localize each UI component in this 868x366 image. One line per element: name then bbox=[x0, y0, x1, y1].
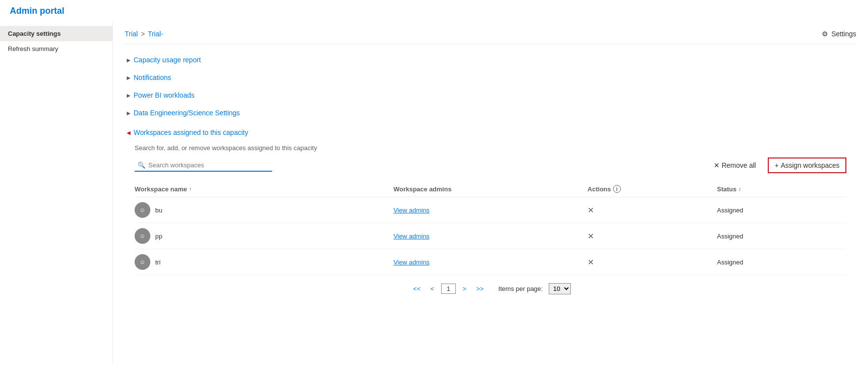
view-admins-link-pp[interactable]: View admins bbox=[393, 233, 429, 240]
items-per-page-select[interactable]: 10 20 50 bbox=[549, 283, 571, 294]
section-power-bi-workloads: ▶ Power BI workloads bbox=[125, 87, 856, 103]
col-header-status: Status ↕ bbox=[717, 185, 846, 193]
remove-workspace-tri[interactable]: ✕ bbox=[588, 258, 594, 266]
section-data-engineering: ▶ Data Engineering/Science Settings bbox=[125, 105, 856, 121]
status-badge-bu: Assigned bbox=[717, 207, 743, 214]
view-admins-link-tri[interactable]: View admins bbox=[393, 259, 429, 266]
section-capacity-usage-report: ▶ Capacity usage report bbox=[125, 52, 856, 68]
search-actions-row: 🔍 ✕ Remove all + Assign workspaces bbox=[135, 157, 846, 173]
workspaces-description: Search for, add, or remove workspaces as… bbox=[135, 144, 846, 152]
section-header-notifications[interactable]: ▶ Notifications bbox=[125, 70, 856, 85]
col-header-actions: Actions i bbox=[588, 185, 717, 193]
section-header-data-engineering[interactable]: ▶ Data Engineering/Science Settings bbox=[125, 105, 856, 121]
workspace-admins-cell-pp: View admins bbox=[393, 232, 588, 240]
settings-link[interactable]: ⚙ Settings bbox=[822, 30, 856, 38]
workspace-admins-cell-bu: View admins bbox=[393, 206, 588, 214]
sidebar: Capacity settings Refresh summary bbox=[0, 22, 113, 364]
pagination-next[interactable]: > bbox=[460, 284, 470, 293]
breadcrumb: Trial > Trial- bbox=[125, 30, 163, 38]
search-icon: 🔍 bbox=[138, 161, 145, 169]
workspaces-header-label: Workspaces assigned to this capacity bbox=[134, 129, 248, 136]
remove-all-label: Remove all bbox=[722, 161, 756, 169]
workspace-name-pp: pp bbox=[155, 233, 162, 240]
avatar-bu: ☺ bbox=[135, 202, 150, 218]
app-header: Admin portal bbox=[0, 0, 868, 22]
workspace-name-bu: bu bbox=[155, 207, 162, 214]
breadcrumb-bar: Trial > Trial- ⚙ Settings bbox=[125, 30, 856, 44]
app-title: Admin portal bbox=[10, 6, 64, 16]
main-layout: Capacity settings Refresh summary Trial … bbox=[0, 22, 868, 364]
actions-cell-tri: ✕ bbox=[588, 258, 717, 267]
table-row: ☺ bu View admins ✕ Assigned bbox=[135, 197, 846, 223]
section-label: Data Engineering/Science Settings bbox=[134, 109, 240, 117]
view-admins-link-bu[interactable]: View admins bbox=[393, 207, 429, 214]
chevron-down-icon: ◀ bbox=[127, 130, 131, 135]
pagination-prev[interactable]: < bbox=[427, 284, 437, 293]
status-badge-tri: Assigned bbox=[717, 259, 743, 266]
remove-workspace-bu[interactable]: ✕ bbox=[588, 206, 594, 214]
breadcrumb-separator: > bbox=[141, 30, 145, 38]
sort-icon-status[interactable]: ↕ bbox=[738, 186, 741, 192]
main-content: Trial > Trial- ⚙ Settings ▶ Capacity usa… bbox=[113, 22, 868, 364]
section-notifications: ▶ Notifications bbox=[125, 70, 856, 85]
col-label-actions: Actions bbox=[588, 185, 611, 193]
settings-label: Settings bbox=[831, 30, 856, 38]
chevron-right-icon: ▶ bbox=[127, 110, 131, 116]
section-label: Notifications bbox=[134, 74, 171, 81]
col-label-workspace-name: Workspace name bbox=[135, 185, 187, 193]
remove-all-button[interactable]: ✕ Remove all bbox=[710, 158, 760, 172]
pagination-last[interactable]: >> bbox=[473, 284, 486, 293]
sidebar-item-label: Refresh summary bbox=[8, 45, 58, 52]
search-input[interactable] bbox=[148, 161, 256, 169]
workspace-name-cell-tri: ☺ tri bbox=[135, 254, 393, 270]
remove-workspace-pp[interactable]: ✕ bbox=[588, 232, 594, 240]
table-header: Workspace name ↑ Workspace admins Action… bbox=[135, 181, 846, 197]
assign-workspaces-button[interactable]: + Assign workspaces bbox=[768, 157, 846, 173]
status-badge-pp: Assigned bbox=[717, 233, 743, 240]
workspace-admins-cell-tri: View admins bbox=[393, 258, 588, 266]
items-per-page-label: Items per page: bbox=[499, 285, 543, 292]
chevron-right-icon: ▶ bbox=[127, 93, 131, 98]
assign-workspaces-label: Assign workspaces bbox=[781, 161, 840, 169]
workspace-name-cell-pp: ☺ pp bbox=[135, 228, 393, 244]
sidebar-item-label: Capacity settings bbox=[8, 30, 61, 37]
table-row: ☺ pp View admins ✕ Assigned bbox=[135, 223, 846, 249]
close-icon: ✕ bbox=[714, 161, 720, 169]
pagination-first[interactable]: << bbox=[410, 284, 423, 293]
search-input-wrap: 🔍 bbox=[135, 159, 272, 172]
workspace-actions: ✕ Remove all + Assign workspaces bbox=[710, 157, 846, 173]
gear-icon: ⚙ bbox=[822, 30, 828, 38]
sort-icon-workspace-name[interactable]: ↑ bbox=[189, 186, 192, 192]
chevron-right-icon: ▶ bbox=[127, 75, 131, 80]
section-label: Power BI workloads bbox=[134, 91, 195, 99]
workspaces-body: Search for, add, or remove workspaces as… bbox=[125, 140, 856, 298]
workspaces-table: Workspace name ↑ Workspace admins Action… bbox=[135, 181, 846, 294]
page-number[interactable]: 1 bbox=[441, 284, 456, 294]
avatar-pp: ☺ bbox=[135, 228, 150, 244]
actions-info-icon[interactable]: i bbox=[613, 185, 621, 193]
workspace-name-tri: tri bbox=[155, 259, 161, 266]
actions-cell-pp: ✕ bbox=[588, 232, 717, 241]
actions-cell-bu: ✕ bbox=[588, 206, 717, 215]
breadcrumb-item-2[interactable]: Trial- bbox=[148, 30, 163, 38]
breadcrumb-item-1[interactable]: Trial bbox=[125, 30, 138, 38]
sidebar-item-refresh-summary[interactable]: Refresh summary bbox=[0, 41, 112, 56]
col-label-status: Status bbox=[717, 185, 737, 193]
plus-icon: + bbox=[775, 161, 779, 169]
section-header-capacity-usage-report[interactable]: ▶ Capacity usage report bbox=[125, 52, 856, 68]
workspaces-section-header[interactable]: ◀ Workspaces assigned to this capacity bbox=[125, 125, 856, 140]
col-header-workspace-admins: Workspace admins bbox=[393, 185, 588, 193]
chevron-right-icon: ▶ bbox=[127, 57, 131, 63]
status-cell-tri: Assigned bbox=[717, 258, 846, 266]
avatar-tri: ☺ bbox=[135, 254, 150, 270]
pagination-row: << < 1 > >> Items per page: 10 20 50 bbox=[135, 283, 846, 294]
section-header-power-bi-workloads[interactable]: ▶ Power BI workloads bbox=[125, 87, 856, 103]
workspace-name-cell-bu: ☺ bu bbox=[135, 202, 393, 218]
col-header-workspace-name: Workspace name ↑ bbox=[135, 185, 393, 193]
sidebar-item-capacity-settings[interactable]: Capacity settings bbox=[0, 26, 112, 41]
section-label: Capacity usage report bbox=[134, 56, 201, 64]
workspaces-section: ◀ Workspaces assigned to this capacity S… bbox=[125, 125, 856, 298]
col-label-workspace-admins: Workspace admins bbox=[393, 185, 451, 193]
status-cell-bu: Assigned bbox=[717, 206, 846, 214]
status-cell-pp: Assigned bbox=[717, 232, 846, 240]
